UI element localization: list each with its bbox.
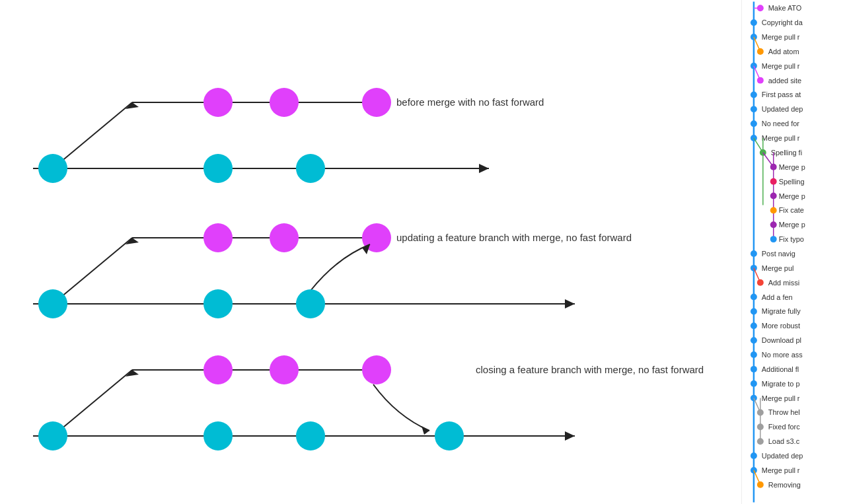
svg-point-21 bbox=[751, 19, 757, 26]
svg-text:Load s3.c: Load s3.c bbox=[768, 437, 800, 445]
main-commit-1-2 bbox=[203, 154, 233, 183]
svg-point-78 bbox=[751, 380, 757, 387]
svg-text:Merge pull r: Merge pull r bbox=[762, 466, 800, 474]
svg-point-92 bbox=[751, 467, 757, 474]
svg-point-55 bbox=[770, 221, 777, 228]
svg-point-35 bbox=[751, 106, 757, 112]
svg-point-95 bbox=[757, 482, 764, 488]
feature-commit-3-3 bbox=[362, 355, 391, 384]
label-section2: updating a feature branch with merge, no… bbox=[396, 232, 632, 243]
svg-marker-4 bbox=[479, 164, 489, 173]
svg-point-90 bbox=[751, 452, 757, 459]
svg-point-57 bbox=[770, 236, 777, 242]
svg-text:Migrate to p: Migrate to p bbox=[762, 380, 800, 388]
sidebar-git-log: Make ATO Copyright da Merge pull r Add a… bbox=[742, 0, 847, 504]
svg-marker-10 bbox=[565, 299, 575, 308]
svg-text:Fixed forc: Fixed forc bbox=[768, 423, 800, 431]
svg-point-31 bbox=[757, 77, 764, 84]
feature-commit-3-1 bbox=[203, 355, 233, 384]
main-diagram: before merge with no fast forward updati… bbox=[0, 0, 741, 504]
svg-text:No more ass: No more ass bbox=[762, 351, 803, 359]
svg-text:Copyright da: Copyright da bbox=[762, 18, 803, 26]
main-commit-3-merge bbox=[435, 421, 464, 450]
svg-text:No need for: No need for bbox=[762, 120, 799, 127]
main-commit-2-2 bbox=[203, 289, 233, 318]
svg-text:Merge pull r: Merge pull r bbox=[762, 394, 800, 402]
svg-point-80 bbox=[751, 395, 757, 402]
svg-point-70 bbox=[751, 322, 757, 329]
svg-text:Make ATO: Make ATO bbox=[768, 4, 802, 12]
svg-point-84 bbox=[757, 410, 764, 416]
svg-point-59 bbox=[751, 250, 757, 257]
svg-point-37 bbox=[751, 120, 757, 127]
feature-commit-1-1 bbox=[203, 88, 233, 117]
svg-point-49 bbox=[770, 178, 777, 185]
feature-commit-2-1 bbox=[203, 223, 233, 252]
svg-point-23 bbox=[751, 34, 757, 40]
svg-text:Additional fl: Additional fl bbox=[762, 365, 799, 373]
svg-text:Add missi: Add missi bbox=[768, 279, 799, 287]
svg-text:More robust: More robust bbox=[762, 322, 800, 330]
svg-text:Merge pul: Merge pul bbox=[762, 264, 794, 272]
svg-line-5 bbox=[53, 238, 132, 304]
svg-point-64 bbox=[757, 279, 764, 286]
feature-commit-1-3 bbox=[362, 88, 391, 117]
label-section1: before merge with no fast forward bbox=[396, 96, 544, 108]
svg-text:Spelling: Spelling bbox=[779, 178, 805, 186]
svg-point-76 bbox=[751, 366, 757, 373]
svg-point-51 bbox=[770, 193, 777, 199]
svg-point-88 bbox=[757, 438, 764, 445]
svg-point-61 bbox=[751, 265, 757, 271]
svg-text:Merge pull r: Merge pull r bbox=[762, 134, 800, 142]
svg-marker-16 bbox=[565, 431, 575, 441]
svg-marker-14 bbox=[422, 426, 429, 435]
svg-point-68 bbox=[751, 308, 757, 314]
svg-point-53 bbox=[770, 207, 777, 213]
svg-text:Fix cate: Fix cate bbox=[779, 206, 804, 214]
svg-point-72 bbox=[751, 337, 757, 343]
main-commit-1-3 bbox=[296, 154, 325, 183]
svg-text:Download pl: Download pl bbox=[762, 336, 801, 344]
svg-point-47 bbox=[770, 164, 777, 170]
svg-point-39 bbox=[751, 135, 757, 141]
svg-text:Merge p: Merge p bbox=[779, 221, 805, 229]
svg-point-86 bbox=[757, 423, 764, 430]
main-commit-3-3 bbox=[296, 421, 325, 450]
feature-commit-1-2 bbox=[270, 88, 299, 117]
svg-text:First pass at: First pass at bbox=[762, 90, 801, 98]
svg-line-11 bbox=[53, 370, 132, 436]
feature-commit-2-2 bbox=[270, 223, 299, 252]
svg-text:Spelling fi: Spelling fi bbox=[771, 149, 802, 157]
main-commit-3-1 bbox=[38, 421, 67, 450]
svg-point-33 bbox=[751, 92, 757, 98]
right-sidebar: Make ATO Copyright da Merge pull r Add a… bbox=[741, 0, 847, 504]
main-commit-3-2 bbox=[203, 421, 233, 450]
svg-text:Merge p: Merge p bbox=[779, 192, 805, 200]
svg-point-26 bbox=[757, 48, 764, 55]
svg-text:Merge pull r: Merge pull r bbox=[762, 33, 800, 41]
svg-text:Add a fen: Add a fen bbox=[762, 293, 793, 301]
svg-point-74 bbox=[751, 351, 757, 358]
svg-point-28 bbox=[751, 63, 757, 69]
svg-line-0 bbox=[53, 102, 132, 168]
feature-commit-3-2 bbox=[270, 355, 299, 384]
svg-text:Updated dep: Updated dep bbox=[762, 105, 803, 113]
main-commit-2-3 bbox=[296, 289, 325, 318]
svg-text:Fix typo: Fix typo bbox=[779, 235, 804, 243]
svg-point-66 bbox=[751, 294, 757, 301]
main-commit-1-1 bbox=[38, 154, 67, 183]
svg-text:Merge p: Merge p bbox=[779, 163, 805, 171]
svg-text:Add atom: Add atom bbox=[768, 48, 799, 55]
svg-text:Merge pull r: Merge pull r bbox=[762, 62, 800, 70]
label-section3: closing a feature branch with merge, no … bbox=[476, 364, 704, 375]
svg-text:added site: added site bbox=[768, 77, 801, 85]
svg-text:Post navig: Post navig bbox=[762, 250, 795, 258]
svg-text:Migrate fully: Migrate fully bbox=[762, 307, 801, 315]
main-commit-2-1 bbox=[38, 289, 67, 318]
svg-text:Throw hel: Throw hel bbox=[768, 408, 800, 416]
svg-text:Updated dep: Updated dep bbox=[762, 452, 803, 460]
svg-text:Removing: Removing bbox=[768, 481, 801, 489]
